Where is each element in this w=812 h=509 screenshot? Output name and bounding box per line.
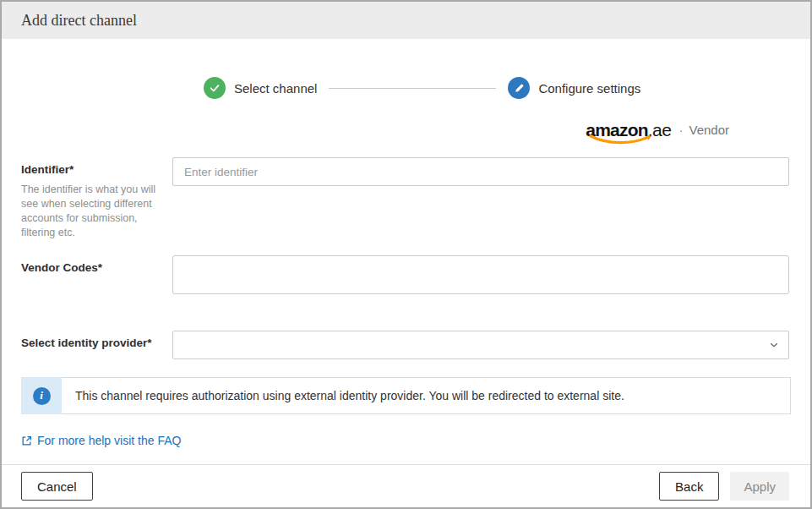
amazon-logo: amazon.ae [586,121,671,139]
stepper-connector [329,88,496,89]
identifier-field-col [172,157,789,240]
pencil-icon [508,77,530,99]
apply-button[interactable]: Apply [730,472,789,501]
check-icon [204,77,226,99]
external-link-icon [21,435,32,446]
vendor-codes-row: Vendor Codes* [2,255,810,298]
step-select-channel[interactable]: Select channel [204,77,317,99]
info-icon: i [33,387,51,405]
chevron-down-icon [768,339,780,351]
amazon-smile-icon [589,134,653,145]
step-configure-settings[interactable]: Configure settings [508,77,640,99]
identity-provider-label: Select identity provider* [21,337,172,349]
identity-provider-row: Select identity provider* [2,331,810,359]
dialog-title: Add direct channel [21,12,137,30]
marketplace-row: amazon.ae · Vendor [2,118,810,141]
marketplace-type-label: Vendor [689,123,729,137]
identifier-input[interactable] [172,157,789,186]
info-banner-text: This channel requires authorization usin… [62,377,791,414]
add-direct-channel-dialog: Add direct channel Select channel Config… [0,0,812,509]
identifier-label-col: Identifier* The identifier is what you w… [2,157,172,240]
vendor-codes-label-col: Vendor Codes* [2,255,172,298]
identity-provider-field-col [172,331,789,359]
identifier-help-text: The identifier is what you will see when… [21,183,166,240]
faq-link-label: For more help visit the FAQ [37,434,181,447]
dialog-header: Add direct channel [2,2,810,39]
vendor-codes-field-col [172,255,789,298]
identifier-row: Identifier* The identifier is what you w… [2,157,810,240]
vendor-codes-input[interactable] [172,255,789,294]
faq-link[interactable]: For more help visit the FAQ [21,434,181,447]
identity-provider-label-col: Select identity provider* [2,331,172,359]
identity-provider-select[interactable] [172,331,789,359]
info-banner-icon-cell: i [21,377,62,414]
identifier-label: Identifier* [21,163,172,176]
back-button[interactable]: Back [659,472,719,501]
step-label: Select channel [234,81,317,96]
marketplace-separator: · [678,123,683,137]
info-banner: i This channel requires authorization us… [21,377,791,414]
step-label: Configure settings [538,81,640,96]
vendor-codes-label: Vendor Codes* [21,261,172,274]
stepper: Select channel Configure settings [204,77,810,99]
dialog-footer: Cancel Back Apply [2,464,810,507]
cancel-button[interactable]: Cancel [21,472,93,501]
